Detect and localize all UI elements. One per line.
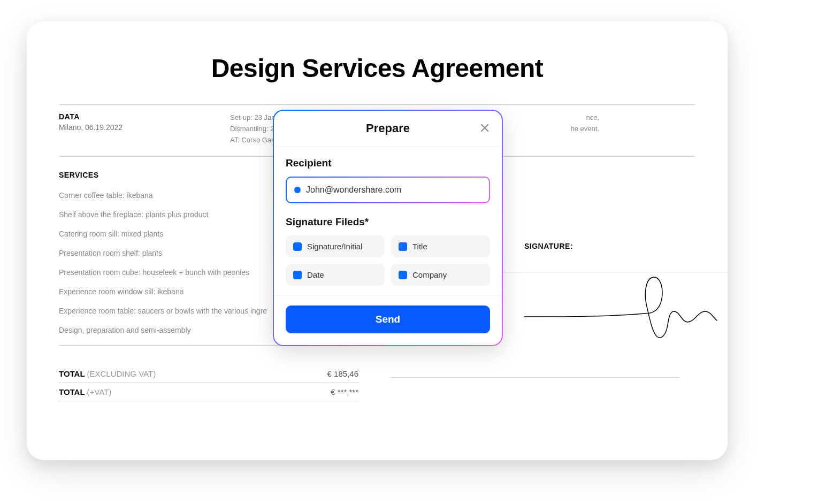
modal-footer: Send: [274, 295, 502, 345]
prepare-modal-inner: Prepare Recipient John@wondershare.com S…: [274, 111, 502, 345]
signature-area: SIGNATURE:: [358, 365, 679, 401]
field-label: Signature/Initial: [307, 242, 362, 251]
recipient-label: Recipient: [286, 157, 490, 169]
close-button[interactable]: [477, 120, 492, 135]
field-label: Company: [412, 270, 447, 279]
prepare-modal: Prepare Recipient John@wondershare.com S…: [273, 110, 503, 346]
fields-grid: Signature/Initial Title Date Company: [286, 235, 490, 286]
recipient-value: John@wondershare.com: [306, 185, 401, 195]
field-label: Date: [307, 270, 324, 279]
modal-title: Prepare: [366, 121, 410, 135]
field-label: Title: [412, 242, 427, 251]
total-incl-suffix: (+VAT): [87, 387, 112, 396]
recipient-input-inner: John@wondershare.com: [287, 178, 489, 202]
total-incl-row: TOTAL (+VAT) € ***,***: [59, 383, 358, 401]
signature-fields-label: Signature Fileds*: [286, 216, 490, 228]
checkbox-icon: [399, 242, 407, 251]
document-title: Design Services Agreement: [59, 54, 695, 83]
data-value: Milano, 06.19.2022: [59, 123, 230, 132]
total-incl-label-strong: TOTAL: [59, 387, 87, 396]
total-excl-value: € 185,46: [327, 369, 358, 378]
total-excl-row: TOTAL (EXCLUDING VAT) € 185,46: [59, 365, 358, 383]
field-signature-initial[interactable]: Signature/Initial: [286, 235, 385, 257]
total-incl-value: € ***,***: [331, 387, 358, 396]
totals-col: TOTAL (EXCLUDING VAT) € 185,46 TOTAL (+V…: [59, 365, 358, 401]
meta-left: DATA Milano, 06.19.2022: [59, 112, 230, 146]
recipient-dot-icon: [294, 187, 301, 193]
checkbox-icon: [293, 271, 302, 279]
total-excl-label: TOTAL (EXCLUDING VAT): [59, 369, 156, 378]
modal-header: Prepare: [274, 111, 502, 147]
data-label: DATA: [59, 112, 230, 121]
totals-wrapper: TOTAL (EXCLUDING VAT) € 185,46 TOTAL (+V…: [59, 365, 695, 401]
total-excl-suffix: (EXCLUDING VAT): [87, 369, 156, 378]
checkbox-icon: [293, 242, 302, 251]
field-title[interactable]: Title: [391, 235, 490, 257]
signature-label: SIGNATURE:: [524, 242, 573, 250]
checkbox-icon: [399, 271, 407, 279]
send-button[interactable]: Send: [286, 306, 490, 333]
modal-body: Recipient John@wondershare.com Signature…: [274, 147, 502, 295]
signature-underline: [391, 377, 679, 378]
recipient-input[interactable]: John@wondershare.com: [286, 177, 490, 203]
signature-drawing: [519, 271, 722, 346]
field-date[interactable]: Date: [286, 264, 385, 286]
total-excl-label-strong: TOTAL: [59, 369, 87, 378]
close-icon: [480, 123, 490, 133]
field-company[interactable]: Company: [391, 264, 490, 286]
total-incl-label: TOTAL (+VAT): [59, 387, 111, 396]
